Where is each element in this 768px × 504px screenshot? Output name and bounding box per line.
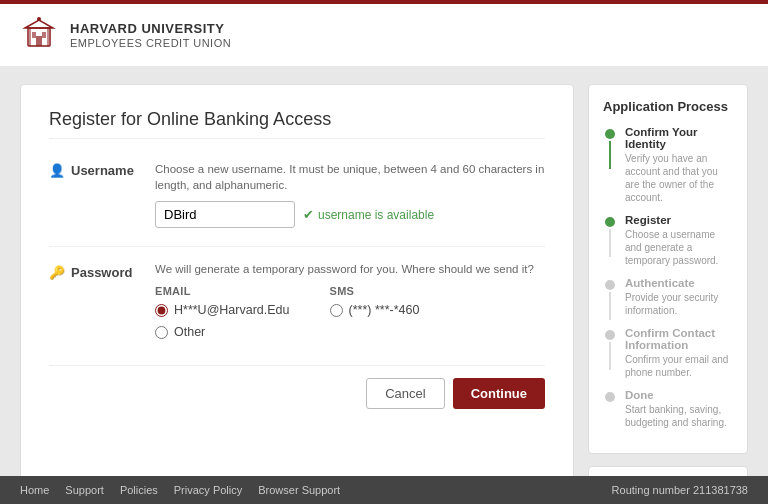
application-process-section: Application Process Confirm Your Identit… (588, 84, 748, 454)
process-title: Application Process (603, 99, 733, 114)
step1-info: Confirm Your Identity Verify you have an… (625, 126, 733, 214)
logo-name-bottom: EMPLOYEES CREDIT UNION (70, 37, 231, 49)
step2-line (609, 229, 611, 257)
other-radio-option[interactable]: Other (155, 325, 290, 339)
step3-dot (605, 280, 615, 290)
form-title: Register for Online Banking Access (49, 109, 545, 139)
svg-rect-2 (42, 32, 46, 38)
password-field-row: 🔑 Password We will generate a temporary … (49, 263, 545, 347)
sms-column-label: SMS (330, 285, 420, 297)
main-area: Register for Online Banking Access 👤 Use… (0, 66, 768, 504)
email-column: EMAIL H***U@Harvard.Edu Other (155, 285, 290, 347)
other-radio[interactable] (155, 326, 168, 339)
svg-marker-6 (25, 20, 53, 28)
step5-desc: Start banking, saving, budgeting and sha… (625, 403, 733, 429)
step5-dot (605, 392, 615, 402)
step1-dot (605, 129, 615, 139)
step-done: Done Start banking, saving, budgeting an… (603, 389, 733, 439)
user-icon: 👤 (49, 163, 65, 178)
step-authenticate: Authenticate Provide your security infor… (603, 277, 733, 327)
svg-rect-1 (32, 32, 36, 38)
username-field-row: 👤 Username Choose a new username. It mus… (49, 161, 545, 228)
step-register: Register Choose a username and generate … (603, 214, 733, 277)
footer: Home Support Policies Privacy Policy Bro… (0, 476, 768, 504)
username-description: Choose a new username. It must be unique… (155, 161, 545, 193)
step2-name: Register (625, 214, 733, 226)
sms-column: SMS (***) ***-*460 (330, 285, 420, 347)
cancel-button[interactable]: Cancel (366, 378, 444, 409)
email-column-label: EMAIL (155, 285, 290, 297)
svg-point-7 (37, 17, 41, 21)
step5-name: Done (625, 389, 733, 401)
process-steps: Confirm Your Identity Verify you have an… (603, 126, 733, 439)
step4-info: Confirm Contact Information Confirm your… (625, 327, 733, 389)
step-confirm-identity: Confirm Your Identity Verify you have an… (603, 126, 733, 214)
email-radio[interactable] (155, 304, 168, 317)
footer-policies[interactable]: Policies (120, 484, 158, 496)
step1-desc: Verify you have an account and that you … (625, 152, 733, 204)
username-status: ✔ username is available (303, 207, 434, 222)
password-options: EMAIL H***U@Harvard.Edu Other SMS (155, 285, 545, 347)
step4-desc: Confirm your email and phone number. (625, 353, 733, 379)
footer-browser-support[interactable]: Browser Support (258, 484, 340, 496)
step3-info: Authenticate Provide your security infor… (625, 277, 733, 327)
header: HARVARD UNIVERSITY EMPLOYEES CREDIT UNIO… (0, 0, 768, 66)
email-value: H***U@Harvard.Edu (174, 303, 290, 317)
logo-name-top: HARVARD UNIVERSITY (70, 21, 231, 37)
password-label: 🔑 Password (49, 263, 139, 280)
step-confirm-contact: Confirm Contact Information Confirm your… (603, 327, 733, 389)
password-section: 🔑 Password We will generate a temporary … (49, 246, 545, 347)
step3-desc: Provide your security information. (625, 291, 733, 317)
step1-name: Confirm Your Identity (625, 126, 733, 150)
routing-number: Routing number 211381738 (612, 484, 748, 496)
footer-home[interactable]: Home (20, 484, 49, 496)
step4-line (609, 342, 611, 370)
sms-radio[interactable] (330, 304, 343, 317)
footer-links: Home Support Policies Privacy Policy Bro… (20, 484, 340, 496)
continue-button[interactable]: Continue (453, 378, 545, 409)
username-label: 👤 Username (49, 161, 139, 178)
step3-line (609, 292, 611, 320)
svg-rect-3 (36, 36, 42, 46)
step4-dot (605, 330, 615, 340)
password-description: We will generate a temporary password fo… (155, 263, 545, 275)
sidebar: Application Process Confirm Your Identit… (588, 84, 748, 504)
sms-radio-option[interactable]: (***) ***-*460 (330, 303, 420, 317)
key-icon: 🔑 (49, 265, 65, 280)
form-panel: Register for Online Banking Access 👤 Use… (20, 84, 574, 504)
logo-text: HARVARD UNIVERSITY EMPLOYEES CREDIT UNIO… (70, 21, 231, 49)
sms-value: (***) ***-*460 (349, 303, 420, 317)
check-icon: ✔ (303, 207, 314, 222)
step1-line (609, 141, 611, 169)
password-content: We will generate a temporary password fo… (155, 263, 545, 347)
step5-info: Done Start banking, saving, budgeting an… (625, 389, 733, 439)
step2-dot (605, 217, 615, 227)
footer-privacy[interactable]: Privacy Policy (174, 484, 242, 496)
logo (20, 14, 58, 56)
email-radio-option[interactable]: H***U@Harvard.Edu (155, 303, 290, 317)
username-content: Choose a new username. It must be unique… (155, 161, 545, 228)
username-input-row: ✔ username is available (155, 201, 545, 228)
username-input[interactable] (155, 201, 295, 228)
button-row: Cancel Continue (49, 365, 545, 409)
step4-name: Confirm Contact Information (625, 327, 733, 351)
footer-support[interactable]: Support (65, 484, 104, 496)
step3-name: Authenticate (625, 277, 733, 289)
step2-info: Register Choose a username and generate … (625, 214, 733, 277)
other-label: Other (174, 325, 205, 339)
step2-desc: Choose a username and generate a tempora… (625, 228, 733, 267)
